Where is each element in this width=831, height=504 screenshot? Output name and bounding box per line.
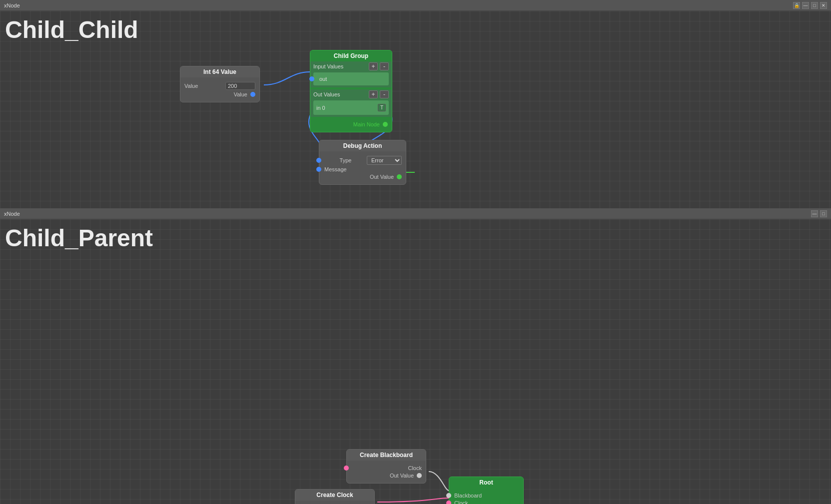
top-window-controls: 🔒 — □ ✕ bbox=[793, 2, 827, 9]
top-child-out-add-remove: + - bbox=[369, 90, 389, 98]
top-child-input-body: out bbox=[310, 71, 392, 87]
top-debug-type-row: Type Error bbox=[323, 156, 402, 165]
bottom-window-bar: xNode — □ bbox=[0, 208, 831, 219]
top-debug-message-row: Message bbox=[323, 166, 402, 172]
top-int64-input[interactable] bbox=[225, 82, 255, 90]
top-child-add-remove: + - bbox=[369, 62, 389, 70]
top-canvas: Child_Child Int 64 Value Value bbox=[0, 11, 831, 208]
bottom-window-controls: — □ bbox=[811, 210, 827, 217]
root-clock-row: Clock bbox=[453, 500, 519, 504]
top-window-bar: xNode 🔒 — □ ✕ bbox=[0, 0, 831, 11]
top-child-add-btn[interactable]: + bbox=[369, 62, 378, 70]
top-debug-type-select[interactable]: Error bbox=[367, 156, 402, 165]
top-child-out-values-header: Out Values + - bbox=[310, 89, 392, 99]
top-int64-value-row: Value bbox=[184, 82, 255, 90]
close-icon[interactable]: ✕ bbox=[820, 2, 827, 9]
bottom-minimize-icon[interactable]: — bbox=[811, 210, 818, 217]
top-child-in0-row: in 0 T bbox=[313, 100, 389, 115]
root-blackboard-port bbox=[446, 493, 451, 498]
create-clock-header: Create Clock bbox=[295, 490, 374, 501]
top-child-out-row: out bbox=[313, 72, 389, 85]
top-child-group-node: Child Group Input Values + - out bbox=[310, 50, 392, 132]
top-child-remove-btn[interactable]: - bbox=[380, 62, 389, 70]
minimize-icon[interactable]: — bbox=[802, 2, 809, 9]
top-child-out-inner: out bbox=[316, 76, 386, 82]
root-clock-port bbox=[446, 501, 451, 504]
root-blackboard-row: Blackboard bbox=[453, 493, 519, 499]
top-int64-out-port bbox=[250, 92, 255, 97]
root-node: Root Blackboard Clock Main Node bbox=[449, 477, 524, 504]
bottom-window: xNode — □ Child_Parent bbox=[0, 208, 831, 504]
root-body: Blackboard Clock Main Node bbox=[449, 488, 523, 504]
top-debug-message-port bbox=[316, 167, 321, 172]
top-child-in-port bbox=[309, 76, 314, 81]
bottom-maximize-icon[interactable]: □ bbox=[820, 210, 827, 217]
top-child-input-values-header: Input Values + - bbox=[310, 61, 392, 71]
top-debug-body: Type Error Message Out Value bbox=[319, 151, 406, 184]
create-blackboard-body: Clock Out Value bbox=[347, 461, 426, 483]
create-blackboard-clock-port bbox=[344, 466, 349, 471]
top-child-out-body: in 0 T bbox=[310, 99, 392, 117]
create-clock-node: Create Clock Out Value bbox=[295, 489, 375, 504]
root-header: Root bbox=[449, 477, 523, 488]
create-blackboard-out-row: Out Value bbox=[351, 473, 422, 479]
top-debug-action-node: Debug Action Type Error Message Out Valu… bbox=[319, 140, 406, 185]
top-int64-node: Int 64 Value Value Value bbox=[180, 66, 260, 102]
top-child-in0-inner: in 0 T bbox=[316, 104, 386, 111]
create-blackboard-clock-row: Clock bbox=[351, 465, 422, 471]
top-int64-port-row: Value bbox=[184, 91, 255, 97]
bottom-canvas: Child_Parent Create Blackboard bbox=[0, 219, 831, 504]
top-child-main-port bbox=[383, 122, 388, 127]
top-child-t-btn[interactable]: T bbox=[378, 104, 386, 111]
create-blackboard-out-port bbox=[417, 473, 422, 478]
top-int64-body: Value Value bbox=[180, 77, 259, 102]
maximize-icon[interactable]: □ bbox=[811, 2, 818, 9]
top-child-group-header: Child Group bbox=[310, 50, 392, 61]
top-child-main-body: Main Node bbox=[310, 117, 392, 132]
bottom-graph-title: Child_Parent bbox=[5, 224, 153, 252]
top-debug-header: Debug Action bbox=[319, 140, 406, 151]
top-child-out-remove-btn[interactable]: - bbox=[380, 90, 389, 98]
top-debug-out-row: Out Value bbox=[323, 174, 402, 180]
create-blackboard-header: Create Blackboard bbox=[347, 450, 426, 461]
top-graph-title: Child_Child bbox=[5, 16, 138, 43]
top-child-main-node-row: Main Node bbox=[314, 121, 388, 127]
top-window: xNode 🔒 — □ ✕ Child_Child Int 64 Value bbox=[0, 0, 831, 208]
create-blackboard-node: Create Blackboard Clock Out Value bbox=[346, 449, 426, 484]
top-debug-type-in-port bbox=[316, 158, 321, 163]
bottom-window-title: xNode bbox=[4, 211, 20, 217]
top-window-title: xNode bbox=[4, 2, 20, 8]
top-child-out-add-btn[interactable]: + bbox=[369, 90, 378, 98]
top-connections-svg bbox=[0, 11, 831, 208]
top-debug-out-port bbox=[397, 174, 402, 179]
lock-icon[interactable]: 🔒 bbox=[793, 2, 800, 9]
top-int64-header: Int 64 Value bbox=[180, 66, 259, 77]
create-clock-body: Out Value bbox=[295, 501, 374, 504]
